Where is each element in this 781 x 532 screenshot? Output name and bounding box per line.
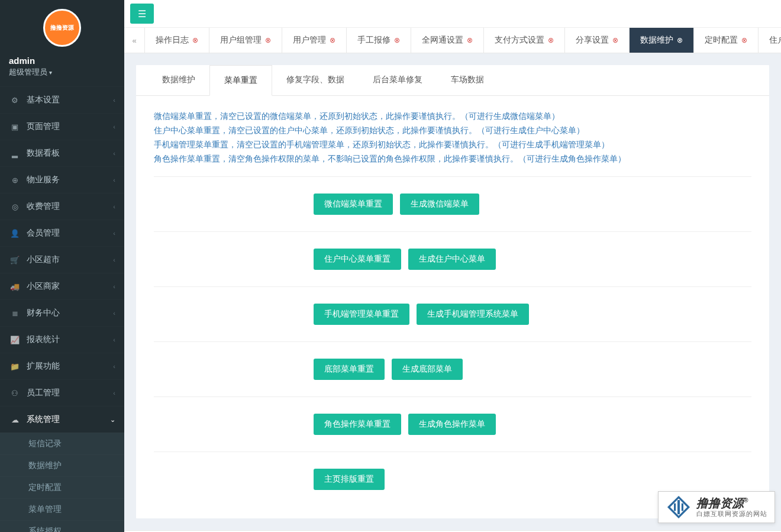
tab-label: 操作日志 [156,35,189,46]
panel: 数据维护菜单重置修复字段、数据后台菜单修复车场数据 微信端菜单重置，清空已设置的… [136,65,769,518]
sidebar-item-3[interactable]: ⊕物业服务‹ [0,167,124,193]
sidebar-item-12[interactable]: ☁系统管理⌄ [0,407,124,433]
close-icon[interactable]: ⊗ [467,36,473,44]
menu-icon: 📁 [9,362,21,371]
sidebar-subitem-0[interactable]: 短信记录 [0,433,124,454]
sidebar-item-label: 系统管理 [27,414,60,425]
sidebar-item-label: 报表统计 [27,334,60,345]
sidebar-subitem-2[interactable]: 定时配置 [0,477,124,498]
sidebar-item-8[interactable]: ≣财务中心‹ [0,300,124,326]
subtab-3[interactable]: 后台菜单修复 [359,65,437,95]
topbar: ☰ [124,0,781,28]
tab-9[interactable]: 住户管理⊗ [759,28,781,53]
tab-label: 分享设置 [576,35,609,46]
sidebar-item-6[interactable]: 🛒小区超市‹ [0,247,124,273]
close-icon[interactable]: ⊗ [741,36,747,44]
sidebar-subitem-3[interactable]: 菜单管理 [0,499,124,520]
tab-label: 全网通设置 [422,35,463,46]
tab-1[interactable]: 用户组管理⊗ [209,28,282,53]
close-icon[interactable]: ⊗ [677,36,683,44]
chevron-left-icon: ‹ [113,150,115,157]
action-button-3-0[interactable]: 底部菜单重置 [314,359,385,380]
watermark-logo-icon [666,495,692,519]
user-name: admin [9,56,115,66]
tab-7[interactable]: 数据维护⊗ [630,28,694,53]
action-button-1-0[interactable]: 住户中心菜单重置 [314,249,401,270]
sidebar-subitem-4[interactable]: 系统授权 [0,521,124,532]
user-role-dropdown[interactable]: 超级管理员 [9,67,115,78]
action-button-4-0[interactable]: 角色操作菜单重置 [314,414,401,435]
sidebar-item-4[interactable]: ◎收费管理‹ [0,194,124,220]
action-button-5-0[interactable]: 主页排版重置 [314,469,385,490]
chevron-left-icon: ‹ [113,96,115,104]
tab-scroll-left-button[interactable]: « [124,28,145,53]
info-link-3[interactable]: 角色操作菜单重置，清空角色操作权限的菜单，不影响已设置的角色操作权限，此操作要谨… [154,154,626,163]
sidebar-item-label: 物业服务 [27,175,60,185]
hamburger-icon: ☰ [138,8,146,20]
sidebar-item-2[interactable]: ▂数据看板‹ [0,140,124,166]
close-icon[interactable]: ⊗ [394,36,400,44]
chevron-left-icon: ‹ [113,230,115,237]
tab-2[interactable]: 用户管理⊗ [282,28,347,53]
action-button-0-1[interactable]: 生成微信端菜单 [400,194,479,215]
sidebar-item-label: 小区商家 [27,281,60,292]
action-button-0-0[interactable]: 微信端菜单重置 [314,194,393,215]
tab-5[interactable]: 支付方式设置⊗ [484,28,565,53]
chevron-left-icon: ‹ [113,256,115,263]
watermark-title: 撸撸资源® [696,496,767,510]
subtab-0[interactable]: 数据维护 [148,65,209,95]
subtab-2[interactable]: 修复字段、数据 [272,65,359,95]
action-button-4-1[interactable]: 生成角色操作菜单 [408,414,496,435]
sidebar-item-11[interactable]: ⚇员工管理‹ [0,380,124,406]
action-button-1-1[interactable]: 生成住户中心菜单 [408,249,496,270]
tab-label: 用户管理 [293,35,326,46]
tab-3[interactable]: 手工报修⊗ [347,28,411,53]
tab-label: 定时配置 [705,35,738,46]
sidebar-item-label: 小区超市 [27,254,60,265]
chevron-left-icon: ‹ [113,203,115,210]
action-button-3-1[interactable]: 生成底部菜单 [392,359,463,380]
sidebar-item-9[interactable]: 📈报表统计‹ [0,327,124,353]
action-button-2-0[interactable]: 手机端管理菜单重置 [314,304,409,325]
menu-icon: ⚇ [9,389,21,398]
close-icon[interactable]: ⊗ [612,36,618,44]
main: ☰ « 操作日志⊗用户组管理⊗用户管理⊗手工报修⊗全网通设置⊗支付方式设置⊗分享… [124,0,781,532]
menu-icon: 🛒 [9,256,21,265]
close-icon[interactable]: ⊗ [548,36,554,44]
close-icon[interactable]: ⊗ [192,36,198,44]
close-icon[interactable]: ⊗ [265,36,271,44]
action-button-2-1[interactable]: 生成手机端管理系统菜单 [417,304,529,325]
sidebar-item-1[interactable]: ▣页面管理‹ [0,114,124,140]
tab-label: 支付方式设置 [495,35,544,46]
info-link-2[interactable]: 手机端管理菜单重置，清空已设置的手机端管理菜单，还原到初始状态，此操作要谨慎执行… [154,140,609,149]
watermark-subtitle: 白嫖互联网资源的网站 [696,510,767,518]
tab-4[interactable]: 全网通设置⊗ [411,28,484,53]
info-link-1[interactable]: 住户中心菜单重置，清空已设置的住户中心菜单，还原到初始状态，此操作要谨慎执行。（… [154,125,585,135]
chevron-left-icon: ‹ [113,283,115,290]
sidebar-item-label: 扩展功能 [27,361,60,372]
sidebar-item-7[interactable]: 🚚小区商家‹ [0,273,124,299]
sidebar-item-10[interactable]: 📁扩展功能‹ [0,353,124,379]
tab-8[interactable]: 定时配置⊗ [694,28,759,53]
sidebar-item-label: 收费管理 [27,201,60,212]
sidebar-item-label: 会员管理 [27,228,60,238]
toggle-sidebar-button[interactable]: ☰ [130,4,154,24]
tab-0[interactable]: 操作日志⊗ [145,28,209,53]
subtabs: 数据维护菜单重置修复字段、数据后台菜单修复车场数据 [136,65,769,96]
tab-label: 手工报修 [357,35,390,46]
tab-6[interactable]: 分享设置⊗ [565,28,630,53]
button-row: 微信端菜单重置生成微信端菜单 [154,176,751,231]
subtab-4[interactable]: 车场数据 [437,65,498,95]
chevron-left-icon: ‹ [113,336,115,343]
info-lines: 微信端菜单重置，清空已设置的微信端菜单，还原到初始状态，此操作要谨慎执行。（可进… [154,111,751,165]
tabbar: « 操作日志⊗用户组管理⊗用户管理⊗手工报修⊗全网通设置⊗支付方式设置⊗分享设置… [124,28,781,53]
sidebar-item-5[interactable]: 👤会员管理‹ [0,220,124,246]
subtab-1[interactable]: 菜单重置 [209,65,272,96]
tab-label: 用户组管理 [220,35,262,46]
close-icon[interactable]: ⊗ [330,36,335,44]
button-row: 手机端管理菜单重置生成手机端管理系统菜单 [154,286,751,341]
chevron-left-icon: ‹ [113,123,115,130]
sidebar-item-0[interactable]: ⚙基本设置‹ [0,87,124,113]
info-link-0[interactable]: 微信端菜单重置，清空已设置的微信端菜单，还原到初始状态，此操作要谨慎执行。（可进… [154,111,560,121]
sidebar-subitem-1[interactable]: 数据维护 [0,455,124,476]
